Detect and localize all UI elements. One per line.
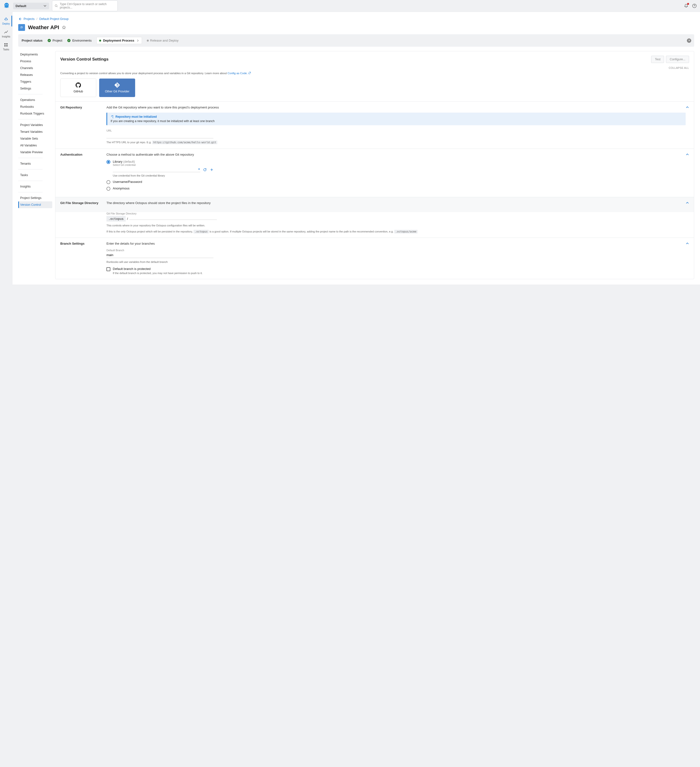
radio-icon [106, 180, 110, 184]
panel-title: Version Control Settings [60, 57, 649, 62]
auth-anonymous-radio[interactable]: Anonymous [106, 186, 686, 191]
search-box[interactable]: Type Ctrl+Space to search or switch proj… [52, 0, 117, 11]
section-heading: Authentication [60, 153, 106, 193]
back-arrow-icon[interactable] [18, 17, 22, 21]
storage-help1: This controls where in your repository t… [106, 223, 689, 228]
nav-settings[interactable]: Settings [18, 85, 52, 92]
caret-down-icon: ▼ [198, 168, 200, 170]
nav-deployments[interactable]: Deployments [18, 51, 52, 58]
close-status-button[interactable]: ✕ [687, 38, 691, 43]
nav-runbook-triggers[interactable]: Runbook Triggers [18, 110, 52, 117]
nav-channels[interactable]: Channels [18, 65, 52, 72]
project-nav: Deployments Process Channels Releases Tr… [18, 51, 55, 279]
weather-icon [19, 25, 24, 30]
svg-rect-8 [5, 45, 6, 46]
tasks-icon [4, 43, 8, 47]
breadcrumb-projects[interactable]: Projects [24, 17, 35, 21]
svg-rect-6 [5, 43, 6, 45]
checkbox-icon [106, 267, 110, 271]
breadcrumb-group[interactable]: Default Project Group [40, 17, 68, 21]
nav-runbooks[interactable]: Runbooks [18, 103, 52, 110]
collapse-toggle[interactable] [686, 242, 689, 245]
auth-library-radio[interactable]: Library (default) Select Git credential … [106, 160, 686, 178]
provider-github[interactable]: GitHub [60, 78, 96, 97]
add-credential-button[interactable] [210, 167, 214, 172]
status-dot-grey [147, 40, 149, 41]
notification-dot [687, 3, 689, 5]
section-heading: Git Repository [60, 105, 106, 145]
provider-other-git[interactable]: Other Git Provider [99, 78, 135, 97]
nav-version-control[interactable]: Version Control [18, 201, 52, 208]
page-title: Weather API [28, 24, 59, 31]
search-icon [55, 4, 58, 8]
nav-triggers[interactable]: Triggers [18, 78, 52, 85]
nav-insights-project[interactable]: Insights [18, 183, 52, 190]
external-link-icon [248, 72, 251, 74]
url-label: URL [106, 129, 686, 132]
svg-rect-9 [6, 45, 8, 46]
insights-icon [4, 30, 8, 34]
help-button[interactable] [692, 3, 697, 8]
nav-releases[interactable]: Releases [18, 72, 52, 78]
octopus-logo [3, 2, 10, 10]
collapse-toggle[interactable] [686, 153, 689, 156]
deploy-icon [4, 17, 8, 21]
configure-button[interactable]: Configure... [666, 56, 689, 63]
nav-variable-preview[interactable]: Variable Preview [18, 149, 52, 156]
nav-tenants[interactable]: Tenants [18, 160, 52, 167]
nav-insights[interactable]: Insights [0, 30, 12, 38]
collapse-toggle[interactable] [686, 201, 689, 205]
collapse-all-button[interactable]: COLLAPSE ALL [56, 66, 694, 72]
notifications-button[interactable] [684, 3, 689, 8]
search-placeholder: Type Ctrl+Space to search or switch proj… [60, 2, 115, 9]
nav-tasks[interactable]: Tasks [0, 43, 12, 51]
favorite-button[interactable] [62, 25, 66, 29]
svg-point-2 [6, 5, 6, 5]
check-icon [67, 39, 71, 42]
status-label: Project status [22, 39, 43, 42]
section-file-storage-body: Git File Storage Directory .octopus / Th… [56, 212, 694, 237]
status-release[interactable]: Release and Deploy [147, 39, 179, 42]
status-deployment-process[interactable]: Deployment Process [97, 37, 142, 44]
refresh-credentials-button[interactable] [203, 167, 207, 172]
status-dot-green [99, 40, 101, 41]
section-heading: Branch Settings [60, 242, 106, 275]
svg-point-3 [7, 5, 8, 5]
nav-all-variables[interactable]: All Variables [18, 142, 52, 149]
svg-point-4 [55, 5, 57, 6]
nav-deploy[interactable]: Deploy [0, 17, 12, 25]
breadcrumb: Projects / Default Project Group [18, 17, 694, 21]
status-project[interactable]: Project [48, 39, 62, 42]
chevron-right-icon [137, 39, 139, 42]
status-environments[interactable]: Environments [67, 39, 91, 42]
nav-process[interactable]: Process [18, 58, 52, 65]
nav-tenant-variables[interactable]: Tenant Variables [18, 128, 52, 135]
chevron-down-icon [43, 4, 47, 8]
section-git-repository: Git Repository Add the Git repository wh… [56, 102, 694, 149]
section-desc: Add the Git repository where you want to… [106, 105, 686, 109]
default-branch-label: Default Branch [106, 249, 686, 252]
nav-project-variables[interactable]: Project Variables [18, 122, 52, 128]
git-url-input[interactable] [106, 132, 213, 138]
space-selector[interactable]: Default [13, 3, 49, 9]
check-icon [48, 39, 51, 42]
refresh-icon [203, 168, 207, 172]
git-credential-select[interactable]: ▼ [113, 167, 200, 172]
nav-tasks-project[interactable]: Tasks [18, 172, 52, 178]
protected-checkbox[interactable]: Default branch is protected If the defau… [106, 267, 686, 275]
config-as-code-link[interactable]: Config as Code. [227, 72, 251, 75]
default-branch-input[interactable] [106, 252, 213, 258]
nav-project-settings[interactable]: Project Settings [18, 194, 52, 201]
section-file-storage: Git File Storage Directory The directory… [56, 197, 694, 212]
collapse-toggle[interactable] [686, 105, 689, 109]
test-button[interactable]: Test [651, 56, 664, 63]
nav-variable-sets[interactable]: Variable Sets [18, 135, 52, 142]
github-icon [76, 83, 81, 88]
project-status-bar: Project status Project Environments Depl… [18, 34, 694, 47]
nav-operations[interactable]: Operations [18, 97, 52, 103]
section-branch-settings: Branch Settings Enter the details for yo… [56, 237, 694, 279]
git-icon [114, 83, 120, 88]
repo-init-callout: Repository must be initialized If you ar… [106, 113, 686, 125]
auth-userpass-radio[interactable]: Username/Password [106, 180, 686, 184]
storage-dir-input[interactable]: .octopus [106, 216, 125, 221]
